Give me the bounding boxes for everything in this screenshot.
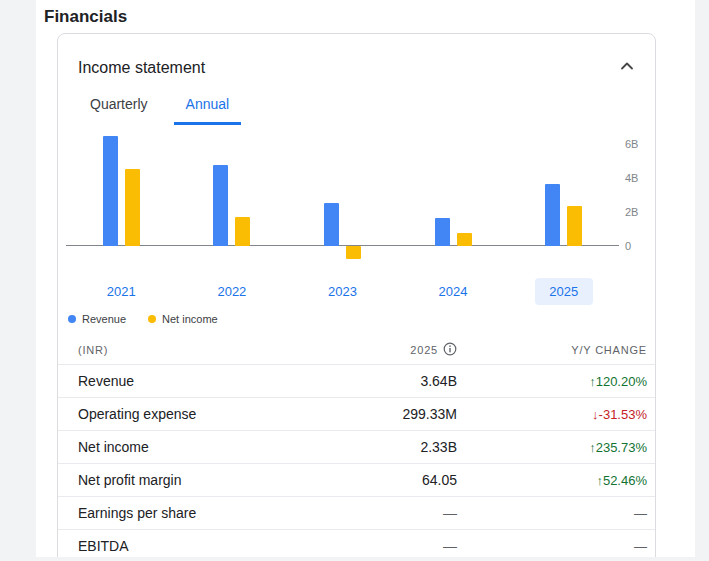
page-background: { "page": { "title": "Financials" }, "ca… [0,0,709,561]
page-title: Financials [44,4,695,30]
net-income-bar-2021[interactable] [125,169,140,246]
legend-label: Net income [162,313,218,325]
row-label: EBITDA [78,538,267,554]
row-value: 64.05 [267,472,457,488]
row-label: Earnings per share [78,505,267,521]
table-row-ebitda[interactable]: EBITDA—— [58,530,655,557]
year-label-2022[interactable]: 2022 [203,278,261,305]
info-icon[interactable] [443,342,457,358]
period-tabs: QuarterlyAnnual [78,90,635,125]
financials-panel: Financials Income statement QuarterlyAnn… [36,0,695,557]
y-axis-label-6b: 6B [625,137,638,151]
revenue-bar-2023[interactable] [324,203,339,246]
financials-table-body: Revenue3.64B↑120.20%Operating expense299… [58,365,655,557]
chevron-up-icon [617,56,637,79]
year-label-2025[interactable]: 2025 [535,278,593,305]
row-value: — [267,505,457,521]
net-income-bar-2022[interactable] [235,217,250,246]
table-row-net-income[interactable]: Net income2.33B↑235.73% [58,431,655,464]
financials-table: (INR) 2025 Y/Y CHANGE Revenue3.64B↑120.2… [58,335,655,557]
bar-group-2023[interactable] [324,135,361,270]
row-label: Revenue [78,373,267,389]
bar-group-2025[interactable] [545,135,582,270]
legend-dot-revenue [68,315,76,323]
revenue-bar-2024[interactable] [435,218,450,246]
year-label-2023[interactable]: 2023 [313,278,371,305]
revenue-bar-2025[interactable] [545,184,560,246]
row-change: — [457,506,647,521]
net-income-bar-2023[interactable] [346,246,361,259]
tab-annual[interactable]: Annual [174,90,242,125]
currency-label: (INR) [78,344,267,356]
card-title: Income statement [78,57,205,79]
y-axis-label-0: 0 [625,239,631,253]
y-axis-label-4b: 4B [625,171,638,185]
table-row-earnings-per-share[interactable]: Earnings per share—— [58,497,655,530]
chart-y-axis: 6B4B2B0 [619,135,647,270]
chart-plot [66,135,619,270]
year-label-2024[interactable]: 2024 [424,278,482,305]
year-label-2021[interactable]: 2021 [92,278,150,305]
income-statement-card: Income statement QuarterlyAnnual 6B4B2B0… [57,33,656,557]
table-row-net-profit-margin[interactable]: Net profit margin64.05↑52.46% [58,464,655,497]
income-chart: 6B4B2B0 [66,135,647,270]
row-change: ↑235.73% [457,440,647,455]
legend-item-revenue: Revenue [68,313,126,325]
bar-group-2021[interactable] [103,135,140,270]
legend-dot-net-income [148,315,156,323]
bar-group-2024[interactable] [435,135,472,270]
change-column-label: Y/Y CHANGE [457,344,647,356]
period-column-label: 2025 [410,344,438,356]
row-value: 2.33B [267,439,457,455]
row-label: Net income [78,439,267,455]
tab-quarterly[interactable]: Quarterly [78,90,160,125]
row-change: ↑52.46% [457,473,647,488]
revenue-bar-2022[interactable] [213,165,228,246]
legend-item-net-income: Net income [148,313,218,325]
collapse-button[interactable] [609,50,645,86]
y-axis-label-2b: 2B [625,205,638,219]
row-label: Operating expense [78,406,267,422]
table-row-operating-expense[interactable]: Operating expense299.33M↓-31.53% [58,398,655,431]
legend-label: Revenue [82,313,126,325]
chart-x-labels: 20212022202320242025 [66,278,619,305]
revenue-bar-2021[interactable] [103,136,118,247]
net-income-bar-2024[interactable] [457,233,472,246]
row-value: — [267,538,457,554]
chart-legend: RevenueNet income [68,313,655,325]
row-change: — [457,539,647,554]
table-row-revenue[interactable]: Revenue3.64B↑120.20% [58,365,655,398]
row-label: Net profit margin [78,472,267,488]
row-change: ↓-31.53% [457,407,647,422]
row-value: 299.33M [267,406,457,422]
row-value: 3.64B [267,373,457,389]
table-header-row: (INR) 2025 Y/Y CHANGE [58,335,655,365]
net-income-bar-2025[interactable] [567,206,582,246]
row-change: ↑120.20% [457,374,647,389]
card-header: Income statement [58,34,655,86]
bar-group-2022[interactable] [213,135,250,270]
